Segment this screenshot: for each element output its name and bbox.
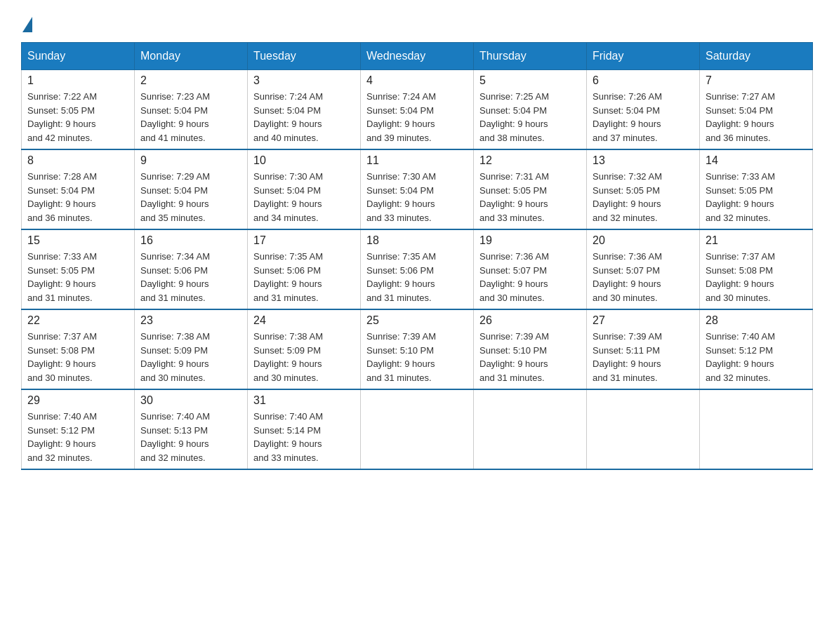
column-header-wednesday: Wednesday — [361, 43, 474, 70]
calendar-table: SundayMondayTuesdayWednesdayThursdayFrid… — [21, 42, 813, 470]
day-number: 23 — [140, 314, 241, 327]
calendar-cell: 27 Sunrise: 7:39 AM Sunset: 5:11 PM Dayl… — [587, 309, 700, 389]
calendar-cell — [474, 389, 587, 469]
day-info: Sunrise: 7:40 AM Sunset: 5:12 PM Dayligh… — [27, 410, 128, 464]
day-info: Sunrise: 7:28 AM Sunset: 5:04 PM Dayligh… — [27, 170, 128, 224]
calendar-cell: 7 Sunrise: 7:27 AM Sunset: 5:04 PM Dayli… — [700, 70, 813, 150]
day-number: 21 — [706, 234, 807, 247]
day-number: 20 — [593, 234, 694, 247]
day-info: Sunrise: 7:36 AM Sunset: 5:07 PM Dayligh… — [593, 250, 694, 304]
calendar-cell: 26 Sunrise: 7:39 AM Sunset: 5:10 PM Dayl… — [474, 309, 587, 389]
calendar-header-row: SundayMondayTuesdayWednesdayThursdayFrid… — [22, 43, 813, 70]
day-info: Sunrise: 7:39 AM Sunset: 5:11 PM Dayligh… — [593, 330, 694, 384]
calendar-cell: 29 Sunrise: 7:40 AM Sunset: 5:12 PM Dayl… — [22, 389, 135, 469]
day-info: Sunrise: 7:40 AM Sunset: 5:14 PM Dayligh… — [253, 410, 355, 464]
day-number: 19 — [479, 234, 581, 247]
day-number: 8 — [27, 154, 128, 167]
calendar-cell — [587, 389, 700, 469]
calendar-week-row: 22 Sunrise: 7:37 AM Sunset: 5:08 PM Dayl… — [22, 309, 813, 389]
day-number: 9 — [140, 154, 241, 167]
calendar-cell: 3 Sunrise: 7:24 AM Sunset: 5:04 PM Dayli… — [248, 70, 361, 150]
logo-triangle-icon — [22, 17, 32, 32]
calendar-cell: 5 Sunrise: 7:25 AM Sunset: 5:04 PM Dayli… — [474, 70, 587, 150]
column-header-tuesday: Tuesday — [248, 43, 361, 70]
day-info: Sunrise: 7:38 AM Sunset: 5:09 PM Dayligh… — [140, 330, 241, 384]
calendar-cell: 20 Sunrise: 7:36 AM Sunset: 5:07 PM Dayl… — [587, 229, 700, 309]
calendar-week-row: 8 Sunrise: 7:28 AM Sunset: 5:04 PM Dayli… — [22, 149, 813, 229]
day-info: Sunrise: 7:25 AM Sunset: 5:04 PM Dayligh… — [479, 90, 581, 145]
day-info: Sunrise: 7:40 AM Sunset: 5:12 PM Dayligh… — [706, 330, 807, 384]
calendar-cell: 4 Sunrise: 7:24 AM Sunset: 5:04 PM Dayli… — [361, 70, 474, 150]
day-number: 18 — [366, 234, 468, 247]
calendar-week-row: 29 Sunrise: 7:40 AM Sunset: 5:12 PM Dayl… — [22, 389, 813, 469]
calendar-cell: 19 Sunrise: 7:36 AM Sunset: 5:07 PM Dayl… — [474, 229, 587, 309]
column-header-sunday: Sunday — [22, 43, 135, 70]
day-info: Sunrise: 7:27 AM Sunset: 5:04 PM Dayligh… — [706, 90, 807, 145]
day-info: Sunrise: 7:33 AM Sunset: 5:05 PM Dayligh… — [27, 250, 128, 304]
day-number: 5 — [479, 74, 581, 87]
day-info: Sunrise: 7:35 AM Sunset: 5:06 PM Dayligh… — [253, 250, 355, 304]
calendar-cell: 1 Sunrise: 7:22 AM Sunset: 5:05 PM Dayli… — [22, 70, 135, 150]
day-info: Sunrise: 7:33 AM Sunset: 5:05 PM Dayligh… — [706, 170, 807, 224]
day-info: Sunrise: 7:30 AM Sunset: 5:04 PM Dayligh… — [253, 170, 355, 224]
day-number: 11 — [366, 154, 468, 167]
calendar-cell: 31 Sunrise: 7:40 AM Sunset: 5:14 PM Dayl… — [248, 389, 361, 469]
calendar-cell: 30 Sunrise: 7:40 AM Sunset: 5:13 PM Dayl… — [135, 389, 248, 469]
calendar-cell: 23 Sunrise: 7:38 AM Sunset: 5:09 PM Dayl… — [135, 309, 248, 389]
day-info: Sunrise: 7:36 AM Sunset: 5:07 PM Dayligh… — [479, 250, 581, 304]
day-info: Sunrise: 7:22 AM Sunset: 5:05 PM Dayligh… — [27, 90, 128, 145]
column-header-saturday: Saturday — [700, 43, 813, 70]
day-info: Sunrise: 7:37 AM Sunset: 5:08 PM Dayligh… — [706, 250, 807, 304]
day-info: Sunrise: 7:32 AM Sunset: 5:05 PM Dayligh… — [593, 170, 694, 224]
calendar-cell: 10 Sunrise: 7:30 AM Sunset: 5:04 PM Dayl… — [248, 149, 361, 229]
day-info: Sunrise: 7:37 AM Sunset: 5:08 PM Dayligh… — [27, 330, 128, 384]
day-number: 15 — [27, 234, 128, 247]
calendar-cell: 2 Sunrise: 7:23 AM Sunset: 5:04 PM Dayli… — [135, 70, 248, 150]
day-number: 26 — [479, 314, 581, 327]
day-number: 22 — [27, 314, 128, 327]
calendar-week-row: 1 Sunrise: 7:22 AM Sunset: 5:05 PM Dayli… — [22, 70, 813, 150]
calendar-cell: 21 Sunrise: 7:37 AM Sunset: 5:08 PM Dayl… — [700, 229, 813, 309]
day-info: Sunrise: 7:39 AM Sunset: 5:10 PM Dayligh… — [479, 330, 581, 384]
column-header-monday: Monday — [135, 43, 248, 70]
day-number: 31 — [253, 394, 355, 407]
day-number: 29 — [27, 394, 128, 407]
calendar-cell: 13 Sunrise: 7:32 AM Sunset: 5:05 PM Dayl… — [587, 149, 700, 229]
day-info: Sunrise: 7:24 AM Sunset: 5:04 PM Dayligh… — [253, 90, 355, 145]
day-info: Sunrise: 7:23 AM Sunset: 5:04 PM Dayligh… — [140, 90, 241, 145]
day-info: Sunrise: 7:40 AM Sunset: 5:13 PM Dayligh… — [140, 410, 241, 464]
calendar-cell: 14 Sunrise: 7:33 AM Sunset: 5:05 PM Dayl… — [700, 149, 813, 229]
day-number: 14 — [706, 154, 807, 167]
column-header-friday: Friday — [587, 43, 700, 70]
page-header — [21, 14, 813, 28]
calendar-cell: 15 Sunrise: 7:33 AM Sunset: 5:05 PM Dayl… — [22, 229, 135, 309]
column-header-thursday: Thursday — [474, 43, 587, 70]
calendar-cell: 8 Sunrise: 7:28 AM Sunset: 5:04 PM Dayli… — [22, 149, 135, 229]
calendar-cell: 17 Sunrise: 7:35 AM Sunset: 5:06 PM Dayl… — [248, 229, 361, 309]
day-info: Sunrise: 7:31 AM Sunset: 5:05 PM Dayligh… — [479, 170, 581, 224]
calendar-cell — [700, 389, 813, 469]
calendar-cell: 18 Sunrise: 7:35 AM Sunset: 5:06 PM Dayl… — [361, 229, 474, 309]
calendar-cell: 25 Sunrise: 7:39 AM Sunset: 5:10 PM Dayl… — [361, 309, 474, 389]
day-info: Sunrise: 7:29 AM Sunset: 5:04 PM Dayligh… — [140, 170, 241, 224]
day-number: 25 — [366, 314, 468, 327]
calendar-cell: 6 Sunrise: 7:26 AM Sunset: 5:04 PM Dayli… — [587, 70, 700, 150]
day-number: 13 — [593, 154, 694, 167]
day-info: Sunrise: 7:24 AM Sunset: 5:04 PM Dayligh… — [366, 90, 468, 145]
day-number: 12 — [479, 154, 581, 167]
logo — [21, 14, 32, 28]
day-number: 1 — [27, 74, 128, 87]
day-number: 6 — [593, 74, 694, 87]
day-info: Sunrise: 7:26 AM Sunset: 5:04 PM Dayligh… — [593, 90, 694, 145]
day-number: 3 — [253, 74, 355, 87]
day-number: 17 — [253, 234, 355, 247]
calendar-cell: 12 Sunrise: 7:31 AM Sunset: 5:05 PM Dayl… — [474, 149, 587, 229]
day-number: 28 — [706, 314, 807, 327]
day-number: 30 — [140, 394, 241, 407]
day-info: Sunrise: 7:34 AM Sunset: 5:06 PM Dayligh… — [140, 250, 241, 304]
calendar-cell: 16 Sunrise: 7:34 AM Sunset: 5:06 PM Dayl… — [135, 229, 248, 309]
day-number: 10 — [253, 154, 355, 167]
calendar-cell: 24 Sunrise: 7:38 AM Sunset: 5:09 PM Dayl… — [248, 309, 361, 389]
day-number: 16 — [140, 234, 241, 247]
day-number: 24 — [253, 314, 355, 327]
